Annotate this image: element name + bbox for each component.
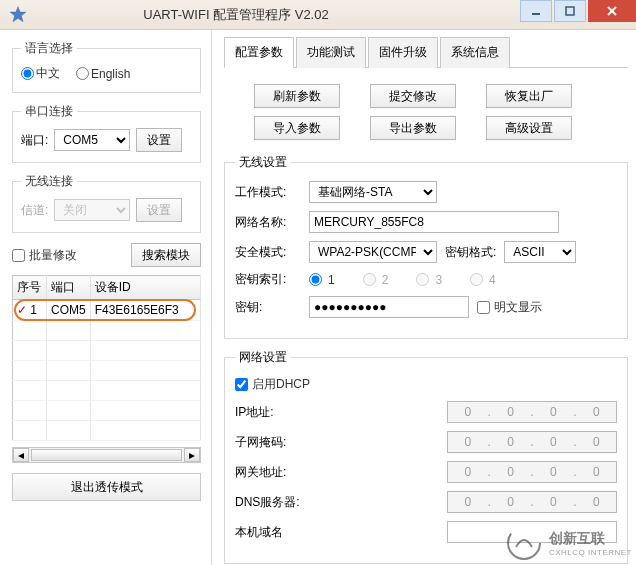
svg-point-5 <box>508 527 540 559</box>
right-panel: 配置参数 功能测试 固件升级 系统信息 刷新参数 提交修改 恢复出厂 导入参数 … <box>212 30 636 565</box>
lang-en-option[interactable]: English <box>76 67 130 81</box>
ssid-label: 网络名称: <box>235 214 301 231</box>
app-icon <box>8 5 28 25</box>
tab-config[interactable]: 配置参数 <box>224 37 294 68</box>
security-select[interactable]: WPA2-PSK(CCMP) <box>309 241 437 263</box>
window-title: UART-WIFI 配置管理程序 V2.02 <box>34 6 518 24</box>
wireless-section: 无线设置 工作模式: 基础网络-STA 网络名称: 安全模式: WPA2-PSK… <box>224 154 628 339</box>
minimize-button[interactable] <box>520 0 552 22</box>
serial-legend: 串口连接 <box>21 103 77 120</box>
password-label: 密钥: <box>235 299 301 316</box>
wifi-set-button: 设置 <box>136 198 182 222</box>
dns-label: DNS服务器: <box>235 494 315 511</box>
channel-select: 关闭 <box>54 199 130 221</box>
network-legend: 网络设置 <box>235 349 291 366</box>
dhcp-checkbox[interactable]: 启用DHCP <box>235 376 310 393</box>
mask-label: 子网掩码: <box>235 434 315 451</box>
serial-set-button[interactable]: 设置 <box>136 128 182 152</box>
bulk-edit-checkbox[interactable]: 批量修改 <box>12 247 77 264</box>
factory-button[interactable]: 恢复出厂 <box>486 84 572 108</box>
channel-label: 信道: <box>21 202 48 219</box>
gateway-input: 0.0.0.0 <box>447 461 617 483</box>
svg-rect-2 <box>566 7 574 15</box>
wireless-legend: 无线设置 <box>235 154 291 171</box>
language-legend: 语言选择 <box>21 40 77 57</box>
serial-group: 串口连接 端口: COM5 设置 <box>12 103 201 163</box>
titlebar: UART-WIFI 配置管理程序 V2.02 <box>0 0 636 30</box>
language-group: 语言选择 中文 English <box>12 40 201 93</box>
refresh-button[interactable]: 刷新参数 <box>254 84 340 108</box>
ssid-input[interactable] <box>309 211 559 233</box>
import-button[interactable]: 导入参数 <box>254 116 340 140</box>
col-port[interactable]: 端口 <box>47 276 91 300</box>
key-3: 3 <box>416 273 442 287</box>
lang-en-radio[interactable] <box>76 67 89 80</box>
show-password-checkbox[interactable]: 明文显示 <box>477 299 542 316</box>
maximize-button[interactable] <box>554 0 586 22</box>
col-device-id[interactable]: 设备ID <box>90 276 200 300</box>
key-2: 2 <box>363 273 389 287</box>
mask-input: 0.0.0.0 <box>447 431 617 453</box>
export-button[interactable]: 导出参数 <box>370 116 456 140</box>
keyindex-label: 密钥索引: <box>235 271 301 288</box>
lang-cn-option[interactable]: 中文 <box>21 65 60 82</box>
key-1[interactable]: 1 <box>309 273 335 287</box>
svg-marker-0 <box>10 6 26 21</box>
mode-select[interactable]: 基础网络-STA <box>309 181 437 203</box>
dns-input: 0.0.0.0 <box>447 491 617 513</box>
port-select[interactable]: COM5 <box>54 129 130 151</box>
port-label: 端口: <box>21 132 48 149</box>
keyfmt-label: 密钥格式: <box>445 244 496 261</box>
left-panel: 语言选择 中文 English 串口连接 端口: COM5 设置 无线连接 信道… <box>0 30 212 565</box>
password-input[interactable] <box>309 296 469 318</box>
ip-input: 0.0.0.0 <box>447 401 617 423</box>
lang-cn-radio[interactable] <box>21 67 34 80</box>
watermark-en: CXHLCQ INTERNET <box>549 548 632 557</box>
close-button[interactable] <box>588 0 636 22</box>
gateway-label: 网关地址: <box>235 464 315 481</box>
security-label: 安全模式: <box>235 244 301 261</box>
exit-passthrough-button[interactable]: 退出透传模式 <box>12 473 201 501</box>
grid-scrollbar[interactable]: ◂ ▸ <box>12 447 201 463</box>
keyfmt-select[interactable]: ASCII <box>504 241 576 263</box>
check-icon: ✓ <box>17 303 27 317</box>
wifi-connect-group: 无线连接 信道: 关闭 设置 <box>12 173 201 233</box>
scroll-right-icon[interactable]: ▸ <box>184 448 200 462</box>
tab-bar: 配置参数 功能测试 固件升级 系统信息 <box>224 36 628 68</box>
watermark: 创新互联 CXHLCQ INTERNET <box>506 525 632 561</box>
tab-sysinfo[interactable]: 系统信息 <box>440 37 510 68</box>
mode-label: 工作模式: <box>235 184 301 201</box>
device-grid: 序号 端口 设备ID ✓ 1 COM5 F43E6165E6F3 <box>12 275 201 441</box>
search-module-button[interactable]: 搜索模块 <box>131 243 201 267</box>
ip-label: IP地址: <box>235 404 315 421</box>
commit-button[interactable]: 提交修改 <box>370 84 456 108</box>
tab-test[interactable]: 功能测试 <box>296 37 366 68</box>
watermark-cn: 创新互联 <box>549 530 632 548</box>
wifi-connect-legend: 无线连接 <box>21 173 77 190</box>
table-row[interactable]: ✓ 1 COM5 F43E6165E6F3 <box>13 300 201 321</box>
watermark-logo-icon <box>506 525 542 561</box>
tab-firmware[interactable]: 固件升级 <box>368 37 438 68</box>
scroll-left-icon[interactable]: ◂ <box>13 448 29 462</box>
hostname-label: 本机域名 <box>235 524 315 541</box>
advanced-button[interactable]: 高级设置 <box>486 116 572 140</box>
col-index[interactable]: 序号 <box>13 276 47 300</box>
key-4: 4 <box>470 273 496 287</box>
scroll-thumb[interactable] <box>31 449 182 461</box>
